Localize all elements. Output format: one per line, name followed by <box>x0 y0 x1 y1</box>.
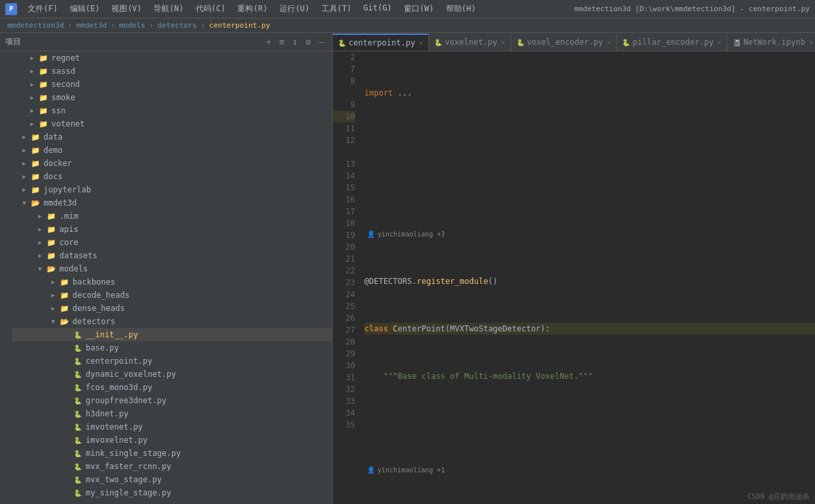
menu-code[interactable]: 代码(C) <box>190 2 231 16</box>
menu-view[interactable]: 视图(V) <box>106 2 147 16</box>
tab-icon-network-ipynb: 📓 <box>733 39 741 46</box>
file-icon-mink-single-stage-py: 🐍 <box>72 449 83 458</box>
file-icon-mvx-faster-rcnn-py: 🐍 <box>72 462 83 471</box>
tab-close-centerpoint[interactable]: × <box>419 40 423 47</box>
arrow-imvoxelnet-py <box>65 437 72 443</box>
folder-icon-apis: 📁 <box>46 225 57 234</box>
breadcrumb-mmdet3d[interactable]: mmdet3d <box>76 21 107 30</box>
menu-window[interactable]: 窗口(W) <box>399 2 439 16</box>
arrow-dense-heads: ▶ <box>51 305 59 312</box>
tree-item-ssn[interactable]: ▶ 📁 ssn <box>12 104 332 117</box>
tab-label-voxel-encoder: voxel_encoder.py <box>527 38 604 47</box>
breadcrumb-detectors[interactable]: detectors <box>157 21 197 30</box>
tree-item-centerpoint-py[interactable]: 🐍 centerpoint.py <box>12 354 332 368</box>
code-area[interactable]: 2 7 8 · 9 10 11 12 · 13 14 15 16 17 18 1… <box>333 51 815 504</box>
sidebar-sort-btn[interactable]: ↕ <box>290 37 300 47</box>
menu-navigate[interactable]: 导航(N) <box>148 2 189 16</box>
tree-item-decode-heads[interactable]: ▶ 📁 decode_heads <box>12 289 332 302</box>
menu-run[interactable]: 运行(U) <box>274 2 315 16</box>
tree-label-dynamic-voxelnet-py: dynamic_voxelnet.py <box>86 370 176 379</box>
menu-edit[interactable]: 编辑(E) <box>65 2 105 16</box>
code-line-2: import ... <box>364 87 815 99</box>
tree-item-my-single-stage-py[interactable]: 🐍 my_single_stage.py <box>12 486 332 499</box>
tab-close-network-ipynb[interactable]: × <box>809 39 813 46</box>
tree-item-init-py[interactable]: 🐍 __init__.py <box>12 328 332 341</box>
menu-tools[interactable]: 工具(T) <box>316 2 357 16</box>
tree-item-demo[interactable]: ▶ 📁 demo <box>12 144 332 157</box>
sidebar-menu-btn[interactable]: ≡ <box>277 37 287 47</box>
tree-item-core[interactable]: ▶ 📁 core <box>12 236 332 249</box>
tree-item-fcos-mono3d-py[interactable]: 🐍 fcos_mono3d.py <box>12 381 332 394</box>
sidebar-add-btn[interactable]: + <box>264 37 274 47</box>
breadcrumb-sep3: › <box>149 21 154 30</box>
tab-close-voxel-encoder[interactable]: × <box>607 39 611 46</box>
tree-item-datasets[interactable]: ▶ 📁 datasets <box>12 249 332 262</box>
tree-item-votenet[interactable]: ▶ 📁 votenet <box>12 117 332 130</box>
tree-item-mmdet3d[interactable]: ▼ 📂 mmdet3d <box>12 196 332 210</box>
tree-label-core: core <box>59 238 78 247</box>
tab-pillar-encoder-py[interactable]: 🐍 pillar_encoder.py × <box>617 34 727 51</box>
breadcrumb-models[interactable]: models <box>119 21 146 30</box>
tab-voxelnet-py[interactable]: 🐍 voxelnet.py × <box>429 34 511 51</box>
tree-item-dynamic-voxelnet-py[interactable]: 🐍 dynamic_voxelnet.py <box>12 368 332 381</box>
cls-centerpoint: C <box>393 323 397 335</box>
breadcrumb-file[interactable]: centerpoint.py <box>209 21 270 30</box>
folder-icon-backbones: 📁 <box>59 277 70 287</box>
folder-icon-mmdet3d: 📂 <box>30 198 41 208</box>
tab-close-pillar-encoder[interactable]: × <box>717 39 721 46</box>
tab-icon-voxelnet: 🐍 <box>434 39 442 46</box>
tree-item-imvotenet-py[interactable]: 🐍 imvotenet.py <box>12 420 332 434</box>
arrow-init-py <box>65 331 72 338</box>
menu-refactor[interactable]: 重构(R) <box>232 2 273 16</box>
tree-item-docker[interactable]: ▶ 📁 docker <box>12 157 332 170</box>
code-content[interactable]: import ... 👤 yinchimaoliang +3 @DETECTOR… <box>359 51 815 504</box>
tree-item-mvx-two-stage-py[interactable]: 🐍 mvx_two_stage.py <box>12 473 332 486</box>
breadcrumb-mmdetection3d[interactable]: mmdetection3d <box>7 21 64 30</box>
tree-item-mvx-faster-rcnn-py[interactable]: 🐍 mvx_faster_rcnn.py <box>12 460 332 473</box>
tree-item-detectors[interactable]: ▼ 📂 detectors <box>12 315 332 328</box>
tree-item-data[interactable]: ▶ 📁 data <box>12 130 332 144</box>
tree-item-base-py[interactable]: 🐍 base.py <box>12 341 332 354</box>
tree-item-h3dnet-py[interactable]: 🐍 h3dnet.py <box>12 407 332 420</box>
arrow-base-py <box>65 345 72 351</box>
tree-item-second[interactable]: ▶ 📁 second <box>12 78 332 91</box>
tree-item-docs[interactable]: ▶ 📁 docs <box>12 170 332 183</box>
arrow-ssn: ▶ <box>30 107 38 114</box>
tree-item-imvoxelnet-py[interactable]: 🐍 imvoxelnet.py <box>12 434 332 447</box>
tree-label-detectors: detectors <box>72 317 115 326</box>
tree-item-sassd[interactable]: ▶ 📁 sassd <box>12 65 332 78</box>
arrow-datasets: ▶ <box>38 252 46 259</box>
tree-item-models[interactable]: ▼ 📂 models <box>12 262 332 275</box>
menu-file[interactable]: 文件(F) <box>22 2 63 16</box>
menu-git[interactable]: Git(G) <box>358 2 397 16</box>
tree-item-apis[interactable]: ▶ 📁 apis <box>12 223 332 236</box>
linenum-13: 13 <box>333 158 355 170</box>
tab-close-voxelnet[interactable]: × <box>501 39 505 46</box>
sidebar-collapse-btn[interactable]: — <box>316 37 327 47</box>
tree-item-backbones[interactable]: ▶ 📁 backbones <box>12 275 332 289</box>
linenum-26: 26 <box>333 312 355 324</box>
tree-item-groupfree3dnet-py[interactable]: 🐍 groupfree3dnet.py <box>12 394 332 407</box>
tab-voxel-encoder-py[interactable]: 🐍 voxel_encoder.py × <box>511 34 617 51</box>
tree-item-jupyterlab[interactable]: ▶ 📁 jupyterlab <box>12 183 332 196</box>
folder-icon-models: 📂 <box>46 264 57 273</box>
tab-network-ipynb[interactable]: 📓 NetWork.ipynb × <box>727 34 815 51</box>
linenum-19: 19 <box>333 229 355 241</box>
menu-help[interactable]: 帮助(H) <box>441 2 482 16</box>
folder-icon-core: 📁 <box>46 238 57 247</box>
tree-label-imvoxelnet-py: imvoxelnet.py <box>86 435 148 445</box>
arrow-detectors: ▼ <box>51 318 59 325</box>
sidebar-settings-btn[interactable]: ⚙ <box>303 37 314 47</box>
tree-item-regnet[interactable]: ▶ 📁 regnet <box>12 51 332 65</box>
linenum-22: 22 <box>333 265 355 277</box>
arrow-mink-single-stage-py <box>65 450 72 457</box>
linenum-18: 18 <box>333 217 355 229</box>
tree-item-smoke[interactable]: ▶ 📁 smoke <box>12 91 332 104</box>
tab-label-centerpoint: centerpoint.py <box>349 38 415 47</box>
tab-centerpoint-py[interactable]: 🐍 centerpoint.py × <box>333 34 429 51</box>
tree-item-mim[interactable]: ▶ 📁 .mim <box>12 210 332 223</box>
editor: 🐍 centerpoint.py × 🐍 voxelnet.py × 🐍 vox… <box>333 33 815 504</box>
tree-label-ssn: ssn <box>51 106 66 115</box>
tree-item-dense-heads[interactable]: ▶ 📁 dense_heads <box>12 302 332 315</box>
tree-item-mink-single-stage-py[interactable]: 🐍 mink_single_stage.py <box>12 447 332 460</box>
